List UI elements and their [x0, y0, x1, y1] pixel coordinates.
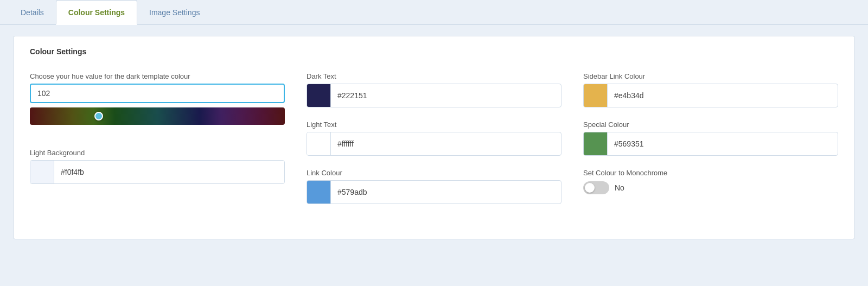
hue-label: Choose your hue value for the dark templ… — [30, 72, 285, 80]
monochrome-toggle-row: No — [583, 181, 838, 194]
tab-bar: Details Colour Settings Image Settings — [0, 0, 868, 25]
light-text-field-group: Light Text #ffffff — [307, 120, 561, 156]
light-background-field-group: Light Background #f0f4fb — [30, 149, 285, 184]
sidebar-link-swatch — [584, 84, 608, 107]
panel-title: Colour Settings — [30, 47, 838, 56]
light-background-swatch — [30, 161, 54, 183]
hue-input[interactable]: 102 — [30, 84, 285, 103]
sidebar-link-label: Sidebar Link Colour — [583, 72, 838, 80]
dark-text-field-group: Dark Text #222151 — [307, 72, 561, 107]
dark-text-swatch — [307, 84, 331, 107]
monochrome-label: Set Colour to Monochrome — [583, 169, 838, 177]
special-colour-color-field[interactable]: #569351 — [583, 132, 838, 156]
special-colour-hex: #569351 — [608, 135, 838, 152]
sidebar-link-field-group: Sidebar Link Colour #e4b34d — [583, 72, 838, 107]
light-text-swatch — [307, 132, 331, 155]
settings-panel: Colour Settings Choose your hue value fo… — [13, 36, 855, 239]
tab-colour-settings[interactable]: Colour Settings — [56, 0, 137, 25]
link-colour-hex: #579adb — [331, 183, 561, 201]
light-background-color-field[interactable]: #f0f4fb — [30, 160, 285, 184]
column-3: Sidebar Link Colour #e4b34d Special Colo… — [583, 72, 838, 217]
special-colour-swatch — [584, 132, 608, 155]
dark-text-color-field[interactable]: #222151 — [307, 84, 561, 107]
hue-gradient — [30, 107, 285, 125]
light-text-color-field[interactable]: #ffffff — [307, 132, 561, 156]
hue-field-group: Choose your hue value for the dark templ… — [30, 72, 285, 125]
hue-slider[interactable] — [30, 107, 285, 125]
light-text-hex: #ffffff — [331, 135, 561, 152]
link-colour-color-field[interactable]: #579adb — [307, 180, 561, 204]
monochrome-toggle[interactable] — [583, 181, 609, 194]
light-background-hex: #f0f4fb — [54, 163, 284, 181]
light-text-label: Light Text — [307, 120, 561, 129]
dark-text-hex: #222151 — [331, 87, 561, 104]
tab-details[interactable]: Details — [9, 0, 56, 25]
column-2: Dark Text #222151 Light Text #ffffff Lin… — [307, 72, 561, 217]
link-colour-field-group: Link Colour #579adb — [307, 169, 561, 204]
toggle-knob — [585, 183, 595, 193]
main-content: Colour Settings Choose your hue value fo… — [0, 25, 868, 250]
special-colour-label: Special Colour — [583, 120, 838, 129]
special-colour-field-group: Special Colour #569351 — [583, 120, 838, 156]
light-background-label: Light Background — [30, 149, 285, 157]
sidebar-link-color-field[interactable]: #e4b34d — [583, 84, 838, 107]
link-colour-swatch — [307, 181, 331, 204]
settings-grid: Choose your hue value for the dark templ… — [30, 72, 838, 217]
tab-image-settings[interactable]: Image Settings — [137, 0, 212, 25]
dark-text-label: Dark Text — [307, 72, 561, 80]
monochrome-field-group: Set Colour to Monochrome No — [583, 169, 838, 194]
column-1: Choose your hue value for the dark templ… — [30, 72, 285, 217]
sidebar-link-hex: #e4b34d — [608, 87, 838, 104]
monochrome-toggle-label: No — [615, 183, 624, 192]
link-colour-label: Link Colour — [307, 169, 561, 177]
